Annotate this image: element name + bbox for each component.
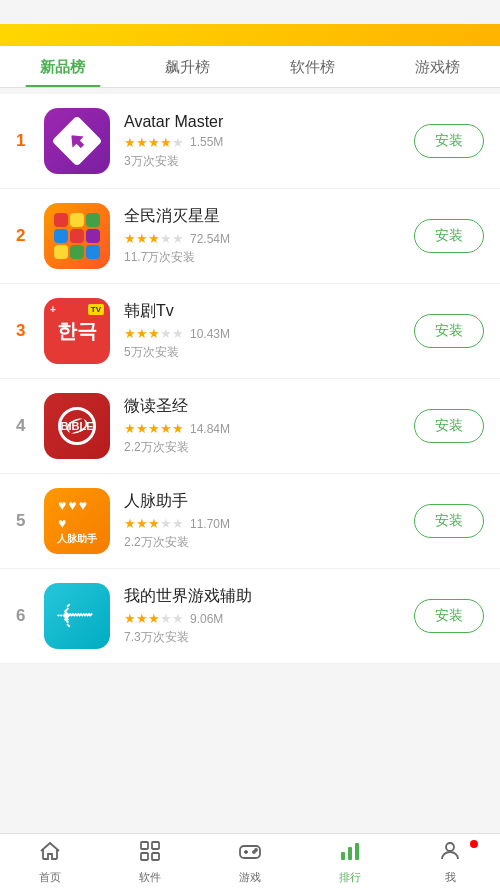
install-count: 11.7万次安装 [124, 249, 404, 266]
svg-rect-0 [141, 842, 148, 849]
tab-new[interactable]: 新品榜 [0, 46, 125, 87]
tab-software[interactable]: 软件榜 [250, 46, 375, 87]
rank-number: 6 [16, 606, 40, 626]
nav-label: 游戏 [239, 870, 261, 885]
svg-rect-4 [240, 846, 260, 858]
app-list: 1 Avatar Master ★★★★★ 1.55M 3万次安装 安装 2 [0, 94, 500, 664]
star-rating: ★★★★★ 10.43M [124, 326, 404, 341]
nav-item-rank[interactable]: 排行 [300, 834, 400, 889]
rank-number: 5 [16, 511, 40, 531]
tab-game[interactable]: 游戏榜 [375, 46, 500, 87]
mine-icon [438, 839, 462, 867]
rank-number: 2 [16, 226, 40, 246]
star-rating: ★★★★★ 72.54M [124, 231, 404, 246]
app-size: 11.70M [190, 517, 230, 531]
install-button[interactable]: 安装 [414, 504, 484, 538]
app-icon-koreantv: + 한극 TV [44, 298, 110, 364]
app-name: Avatar Master [124, 113, 404, 131]
app-size: 10.43M [190, 327, 230, 341]
rank-icon [338, 839, 362, 867]
app-size: 14.84M [190, 422, 230, 436]
app-size: 9.06M [190, 612, 223, 626]
app-icon-candy [44, 203, 110, 269]
svg-rect-9 [355, 843, 359, 860]
app-info: 人脉助手 ★★★★★ 11.70M 2.2万次安装 [124, 491, 404, 551]
app-size: 1.55M [190, 135, 223, 149]
app-info: 全民消灭星星 ★★★★★ 72.54M 11.7万次安装 [124, 206, 404, 266]
svg-rect-7 [341, 852, 345, 860]
install-button[interactable]: 安装 [414, 314, 484, 348]
app-info: Avatar Master ★★★★★ 1.55M 3万次安装 [124, 113, 404, 170]
install-count: 3万次安装 [124, 153, 404, 170]
status-bar [0, 0, 500, 24]
install-button[interactable]: 安装 [414, 219, 484, 253]
tab-rising[interactable]: 飙升榜 [125, 46, 250, 87]
nav-badge [470, 840, 478, 848]
app-size: 72.54M [190, 232, 230, 246]
app-info: 微读圣经 ★★★★★ 14.84M 2.2万次安装 [124, 396, 404, 456]
app-item-1: 1 Avatar Master ★★★★★ 1.55M 3万次安装 安装 [0, 94, 500, 189]
install-button[interactable]: 安装 [414, 409, 484, 443]
svg-rect-3 [152, 853, 159, 860]
star-rating: ★★★★★ 14.84M [124, 421, 404, 436]
install-button[interactable]: 安装 [414, 124, 484, 158]
app-icon-avatar [44, 108, 110, 174]
app-name: 人脉助手 [124, 491, 404, 512]
app-name: 韩剧Tv [124, 301, 404, 322]
app-icon-bible: BIBLE [44, 393, 110, 459]
rank-number: 1 [16, 131, 40, 151]
nav-item-game[interactable]: 游戏 [200, 834, 300, 889]
rank-number: 3 [16, 321, 40, 341]
svg-rect-8 [348, 847, 352, 860]
app-info: 韩剧Tv ★★★★★ 10.43M 5万次安装 [124, 301, 404, 361]
install-count: 5万次安装 [124, 344, 404, 361]
app-icon-minecraft: ⛏ [44, 583, 110, 649]
nav-label: 首页 [39, 870, 61, 885]
banner [0, 24, 500, 46]
install-count: 7.3万次安装 [124, 629, 404, 646]
svg-rect-1 [152, 842, 159, 849]
app-icon-renmai: ♥ ♥ ♥ ♥ 人脉助手 [44, 488, 110, 554]
svg-point-6 [255, 849, 257, 851]
app-item-4: 4 BIBLE 微读圣经 ★★★★★ 14.84M 2.2万次安装 安装 [0, 379, 500, 474]
app-info: 我的世界游戏辅助 ★★★★★ 9.06M 7.3万次安装 [124, 586, 404, 646]
app-item-3: 3 + 한극 TV 韩剧Tv ★★★★★ 10.43M 5万次安装 安装 [0, 284, 500, 379]
svg-point-10 [446, 843, 454, 851]
nav-label: 排行 [339, 870, 361, 885]
game-icon [238, 839, 262, 867]
star-rating: ★★★★★ 1.55M [124, 135, 404, 150]
bottom-nav: 首页 软件 游戏 排行 我 [0, 833, 500, 889]
app-name: 全民消灭星星 [124, 206, 404, 227]
app-item-5: 5 ♥ ♥ ♥ ♥ 人脉助手 人脉助手 ★★★★★ 11.70M 2.2万次安装… [0, 474, 500, 569]
nav-label: 软件 [139, 870, 161, 885]
nav-label: 我 [445, 870, 456, 885]
nav-item-software[interactable]: 软件 [100, 834, 200, 889]
app-name: 我的世界游戏辅助 [124, 586, 404, 607]
install-count: 2.2万次安装 [124, 439, 404, 456]
app-item-6: 6 ⛏ 我的世界游戏辅助 ★★★★★ 9.06M 7.3万次安装 安装 [0, 569, 500, 664]
star-rating: ★★★★★ 9.06M [124, 611, 404, 626]
app-name: 微读圣经 [124, 396, 404, 417]
software-icon [138, 839, 162, 867]
app-item-2: 2 全民消灭星星 ★★★★★ 72.54M 11 [0, 189, 500, 284]
tab-bar: 新品榜飙升榜软件榜游戏榜 [0, 46, 500, 88]
home-icon [38, 839, 62, 867]
rank-number: 4 [16, 416, 40, 436]
install-button[interactable]: 安装 [414, 599, 484, 633]
svg-rect-2 [141, 853, 148, 860]
install-count: 2.2万次安装 [124, 534, 404, 551]
nav-item-mine[interactable]: 我 [400, 834, 500, 889]
star-rating: ★★★★★ 11.70M [124, 516, 404, 531]
nav-item-home[interactable]: 首页 [0, 834, 100, 889]
